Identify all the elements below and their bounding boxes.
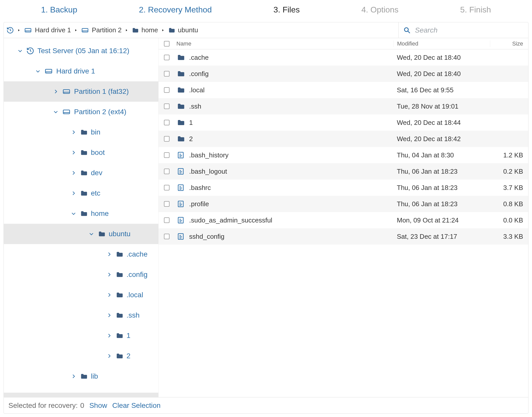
files-panel: Hard drive 1 Partition 2 home ubuntu: [4, 22, 528, 414]
file-name: sshd_config: [189, 233, 225, 241]
table-row[interactable]: 2Wed, 20 Dec at 18:42: [159, 131, 528, 147]
tree-item-ubuntu[interactable]: ubuntu: [4, 224, 158, 244]
table-row[interactable]: .bash_historyThu, 04 Jan at 8:301.2 KB: [159, 147, 528, 163]
tree-item-2[interactable]: 2: [4, 346, 158, 366]
table-row[interactable]: .configWed, 20 Dec at 18:40: [159, 66, 528, 82]
chevron-down-icon[interactable]: [88, 231, 94, 237]
row-checkbox[interactable]: [164, 169, 170, 174]
clear-selection-link[interactable]: Clear Selection: [112, 401, 161, 410]
chevron-down-icon[interactable]: [71, 211, 77, 216]
tree-item-1[interactable]: 1: [4, 325, 158, 346]
chevron-right-icon[interactable]: [71, 150, 77, 155]
table-row[interactable]: .bash_logoutThu, 06 Jan at 18:230.2 KB: [159, 163, 528, 180]
breadcrumb-ubuntu[interactable]: ubuntu: [168, 26, 198, 34]
table-row[interactable]: .localSat, 16 Dec at 9:55: [159, 82, 528, 98]
chevron-right-icon[interactable]: [71, 129, 77, 135]
row-checkbox[interactable]: [164, 136, 170, 142]
table-row[interactable]: 1Wed, 20 Dec at 18:44: [159, 114, 528, 131]
tree-item-etc[interactable]: etc: [4, 183, 158, 203]
column-header-modified[interactable]: Modified: [393, 40, 490, 47]
top-row: Hard drive 1 Partition 2 home ubuntu: [4, 22, 528, 38]
file-size: 0.2 KB: [490, 168, 528, 175]
tree-item-config[interactable]: .config: [4, 264, 158, 285]
step-recovery-method[interactable]: 2. Recovery Method: [139, 5, 212, 14]
chevron-down-icon[interactable]: [35, 68, 41, 74]
step-files[interactable]: 3. Files: [273, 5, 300, 14]
folder-icon: [97, 230, 106, 237]
folder-icon: [176, 119, 185, 126]
table-row[interactable]: .sshTue, 28 Nov at 19:01: [159, 98, 528, 114]
file-pane: Name Modified Size .cacheWed, 20 Dec at …: [159, 38, 528, 397]
table-row[interactable]: .cacheWed, 20 Dec at 18:40: [159, 49, 528, 66]
chevron-right-icon[interactable]: [106, 251, 112, 257]
row-checkbox[interactable]: [164, 87, 170, 93]
row-checkbox[interactable]: [164, 201, 170, 207]
table-row[interactable]: .sudo_as_admin_successfulMon, 09 Oct at …: [159, 212, 528, 228]
folder-tree[interactable]: Test Server (05 Jan at 16:12) Hard drive…: [4, 38, 158, 393]
history-icon: [6, 26, 14, 34]
chevron-right-icon[interactable]: [106, 333, 112, 338]
table-row[interactable]: .profileThu, 06 Jan at 18:230.8 KB: [159, 196, 528, 212]
tree-item-home[interactable]: home: [4, 203, 158, 224]
tree-item-bin[interactable]: bin: [4, 122, 158, 142]
row-checkbox[interactable]: [164, 217, 170, 223]
file-name: .profile: [189, 200, 209, 208]
tree-item-local[interactable]: .local: [4, 285, 158, 305]
row-checkbox[interactable]: [164, 185, 170, 190]
column-header-size[interactable]: Size: [490, 40, 528, 47]
chevron-right-icon[interactable]: [106, 353, 112, 359]
tree-item-partition-1[interactable]: Partition 1 (fat32): [4, 81, 158, 102]
tree-item-dev[interactable]: dev: [4, 163, 158, 183]
chevron-down-icon[interactable]: [17, 48, 23, 54]
file-name: .bash_logout: [189, 168, 227, 175]
chevron-right-icon[interactable]: [106, 292, 112, 298]
row-checkbox[interactable]: [164, 103, 170, 109]
tree-item-cache[interactable]: .cache: [4, 244, 158, 264]
chevron-right-icon[interactable]: [71, 170, 77, 176]
chevron-right-icon[interactable]: [106, 312, 112, 318]
selected-label: Selected for recovery:: [8, 401, 78, 410]
tree-item-partition-2[interactable]: Partition 2 (ext4): [4, 102, 158, 122]
chevron-right-icon[interactable]: [71, 374, 77, 379]
chevron-down-icon[interactable]: [53, 109, 59, 115]
tree-item-label: .local: [127, 291, 143, 299]
tree-item-test-server[interactable]: Test Server (05 Jan at 16:12): [4, 41, 158, 61]
file-modified: Wed, 20 Dec at 18:40: [393, 70, 490, 78]
chevron-right-icon[interactable]: [53, 89, 59, 94]
folder-icon: [80, 190, 88, 197]
tree-item-lib[interactable]: lib: [4, 366, 158, 386]
row-checkbox[interactable]: [164, 234, 170, 239]
breadcrumb-home[interactable]: home: [131, 26, 158, 34]
table-row[interactable]: sshd_configSat, 23 Dec at 17:173.3 KB: [159, 228, 528, 245]
file-name: .cache: [189, 54, 209, 62]
file-name: .sudo_as_admin_successful: [189, 216, 272, 224]
sidebar-horizontal-scrollbar[interactable]: [4, 393, 158, 397]
table-row[interactable]: .bashrcThu, 06 Jan at 18:233.7 KB: [159, 180, 528, 196]
breadcrumb-hard-drive-1[interactable]: Hard drive 1: [24, 26, 71, 34]
tree-item-hard-drive-1[interactable]: Hard drive 1: [4, 61, 158, 81]
tree-item-label: Hard drive 1: [56, 67, 95, 75]
search-box[interactable]: [398, 22, 528, 38]
tree-item-boot[interactable]: boot: [4, 142, 158, 163]
column-header-name[interactable]: Name: [174, 40, 393, 47]
select-all-checkbox[interactable]: [164, 41, 170, 47]
breadcrumb-partition-2[interactable]: Partition 2: [81, 26, 122, 34]
show-selected-link[interactable]: Show: [89, 401, 107, 410]
row-checkbox[interactable]: [164, 55, 170, 60]
breadcrumb-separator-icon: [17, 28, 21, 32]
step-backup[interactable]: 1. Backup: [41, 5, 77, 14]
chevron-right-icon[interactable]: [71, 190, 77, 196]
tree-item-ssh[interactable]: .ssh: [4, 305, 158, 325]
search-input[interactable]: [414, 26, 524, 35]
folder-icon: [176, 86, 185, 94]
breadcrumb-root[interactable]: [6, 26, 14, 34]
row-checkbox[interactable]: [164, 152, 170, 158]
row-checkbox[interactable]: [164, 120, 170, 125]
chevron-right-icon[interactable]: [106, 272, 112, 277]
history-icon: [26, 47, 34, 55]
breadcrumb-separator-icon: [74, 28, 78, 32]
breadcrumb-separator-icon: [161, 28, 165, 32]
sidebar-wrap: Test Server (05 Jan at 16:12) Hard drive…: [4, 38, 159, 397]
file-modified: Wed, 20 Dec at 18:44: [393, 119, 490, 127]
row-checkbox[interactable]: [164, 71, 170, 77]
